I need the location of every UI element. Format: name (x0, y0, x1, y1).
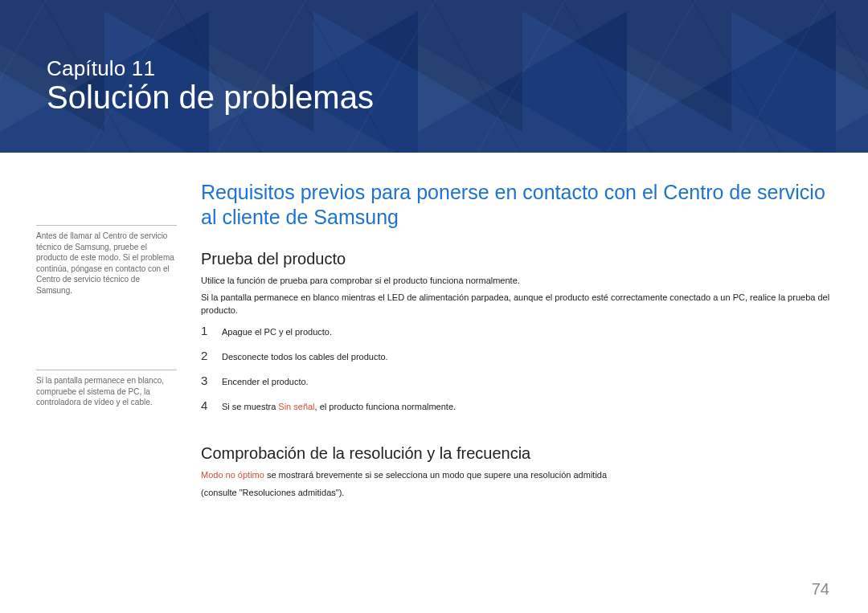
list-item: 4 Si se muestra Sin señal, el producto f… (201, 398, 832, 412)
divider (36, 370, 177, 370)
list-item: 3 Encender el producto. (201, 374, 832, 387)
step-text-prefix: Si se muestra (222, 402, 278, 411)
list-item: 2 Desconecte todos los cables del produc… (201, 349, 832, 362)
step-number: 2 (201, 349, 211, 362)
step-text: Encender el producto. (222, 377, 309, 386)
heading-section-1: Prueba del producto (201, 250, 832, 268)
side-note: Si la pantalla permanece en blanco, comp… (36, 370, 177, 408)
main-content: Requisitos previos para ponerse en conta… (201, 180, 832, 500)
side-note: Antes de llamar al Centro de servicio té… (36, 225, 177, 296)
step-text: Desconecte todos los cables del producto… (222, 352, 388, 362)
ordered-steps: 1 Apague el PC y el producto. 2 Desconec… (201, 324, 832, 412)
page-number: 74 (812, 580, 829, 599)
step-text: Apague el PC y el producto. (222, 327, 332, 337)
chapter-heading-block: Capítulo 11 Solución de problemas (47, 56, 374, 116)
chapter-label: Capítulo 11 (47, 56, 374, 81)
step-text: Si se muestra Sin señal, el producto fun… (222, 402, 456, 411)
paragraph: Utilice la función de prueba para compro… (201, 275, 832, 288)
step-number: 4 (201, 398, 211, 412)
list-item: 1 Apague el PC y el producto. (201, 324, 832, 337)
paragraph: (consulte "Resoluciones admitidas"). (201, 487, 832, 500)
paragraph-rest: se mostrará brevemente si se selecciona … (264, 470, 607, 480)
step-text-suffix: , el producto funciona normalmente. (315, 402, 457, 411)
step-number: 1 (201, 324, 211, 337)
paragraph: Si la pantalla permanece en blanco mient… (201, 292, 832, 317)
step-number: 3 (201, 374, 211, 387)
chapter-hero: Capítulo 11 Solución de problemas (0, 0, 868, 153)
side-note-text: Si la pantalla permanece en blanco, comp… (36, 375, 177, 408)
chapter-title: Solución de problemas (47, 80, 374, 116)
heading-primary: Requisitos previos para ponerse en conta… (201, 180, 832, 231)
paragraph: Modo no óptimo se mostrará brevemente si… (201, 469, 832, 482)
divider (36, 225, 177, 226)
status-text-sin-senal: Sin señal (278, 402, 314, 411)
heading-section-2: Comprobación de la resolución y la frecu… (201, 444, 832, 463)
status-text-modo-no-optimo: Modo no óptimo (201, 470, 264, 480)
side-note-text: Antes de llamar al Centro de servicio té… (36, 231, 177, 296)
